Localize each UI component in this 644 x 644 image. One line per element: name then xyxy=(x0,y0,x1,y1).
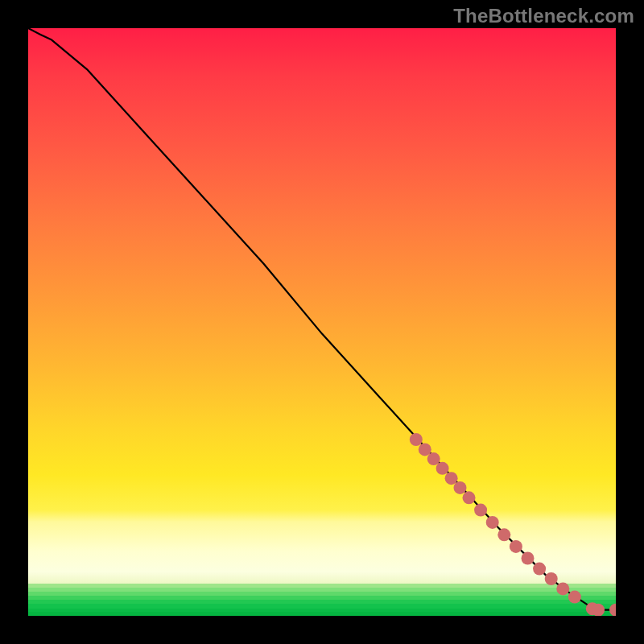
marker-dot xyxy=(533,563,546,576)
marker-dot xyxy=(419,443,431,456)
marker-dot xyxy=(568,591,581,604)
marker-dot xyxy=(474,504,487,517)
curve-markers xyxy=(410,433,616,616)
marker-dot xyxy=(609,604,616,616)
marker-dot xyxy=(556,582,569,595)
marker-dot xyxy=(463,491,476,504)
marker-dot xyxy=(445,472,458,485)
marker-dot xyxy=(454,481,467,494)
chart-frame: TheBottleneck.com xyxy=(0,0,644,644)
marker-dot xyxy=(545,572,558,585)
curve-layer xyxy=(28,28,616,616)
marker-dot xyxy=(592,604,605,616)
plot-area xyxy=(28,28,616,616)
marker-dot xyxy=(436,462,449,475)
bottleneck-curve-line xyxy=(28,28,616,610)
marker-dot xyxy=(522,552,535,565)
marker-dot xyxy=(497,528,510,541)
marker-dot xyxy=(427,452,440,465)
watermark-text: TheBottleneck.com xyxy=(453,5,634,27)
marker-dot xyxy=(486,516,499,529)
marker-dot xyxy=(410,433,423,446)
marker-dot xyxy=(510,540,522,553)
